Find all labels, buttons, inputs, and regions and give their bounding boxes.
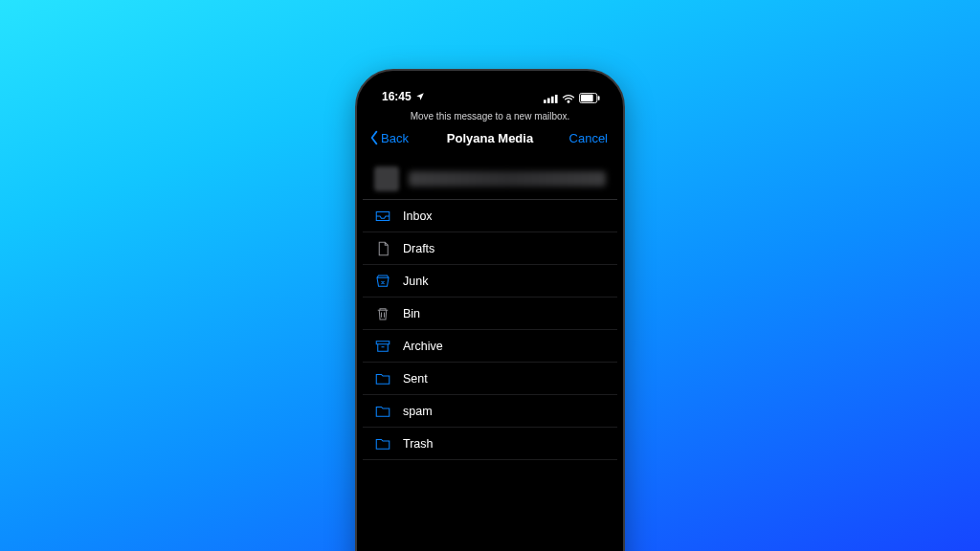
chevron-left-icon — [368, 130, 380, 145]
mailbox-label: Drafts — [403, 242, 434, 255]
cellular-icon — [544, 94, 558, 103]
instruction-text: Move this message to a new mailbox. — [363, 105, 617, 125]
mailbox-row-spam[interactable]: spam — [363, 395, 617, 428]
mailbox-row-inbox[interactable]: Inbox — [363, 200, 617, 232]
folder-icon — [374, 370, 391, 387]
folder-icon — [374, 403, 391, 420]
svg-rect-3 — [555, 95, 558, 103]
status-time: 16:45 — [382, 90, 412, 103]
mailbox-row-archive[interactable]: Archive — [363, 330, 617, 363]
sender-avatar — [374, 166, 399, 191]
inbox-icon — [374, 208, 391, 225]
svg-rect-5 — [581, 95, 593, 101]
mailbox-label: Archive — [403, 340, 443, 353]
cancel-button[interactable]: Cancel — [569, 131, 608, 145]
folder-icon — [374, 435, 391, 452]
volume-up-button — [355, 224, 357, 262]
volume-down-button — [355, 272, 357, 310]
svg-rect-0 — [544, 99, 546, 103]
mailbox-row-bin[interactable]: Bin — [363, 298, 617, 330]
mute-switch — [355, 186, 357, 210]
message-preview — [363, 158, 617, 200]
mailbox-row-trash[interactable]: Trash — [363, 428, 617, 460]
screen: 16:45 Move this message to a new mailbox… — [363, 77, 617, 551]
mailbox-label: Bin — [403, 307, 420, 320]
battery-icon — [579, 93, 600, 103]
mailbox-label: spam — [403, 405, 433, 418]
mailbox-label: Sent — [403, 372, 428, 386]
svg-rect-6 — [598, 96, 600, 100]
wifi-icon — [562, 94, 575, 103]
status-left: 16:45 — [382, 90, 425, 103]
nav-title: Polyana Media — [447, 131, 533, 145]
mailbox-label: Trash — [403, 437, 434, 451]
mailbox-row-drafts[interactable]: Drafts — [363, 232, 617, 265]
back-button[interactable]: Back — [368, 130, 409, 145]
status-bar: 16:45 — [363, 77, 617, 105]
svg-rect-1 — [547, 98, 550, 102]
drafts-icon — [374, 240, 391, 257]
back-label: Back — [381, 131, 409, 145]
power-button — [623, 224, 625, 281]
mailbox-list: InboxDraftsJunkBinArchiveSentspamTrash — [363, 200, 617, 460]
sender-redacted-text — [409, 171, 606, 187]
junk-icon — [374, 273, 391, 290]
nav-bar: Back Polyana Media Cancel — [363, 125, 617, 154]
archive-icon — [374, 338, 391, 355]
phone-frame: 16:45 Move this message to a new mailbox… — [355, 69, 625, 551]
mailbox-row-junk[interactable]: Junk — [363, 265, 617, 298]
location-icon — [415, 92, 425, 101]
mailbox-label: Junk — [403, 275, 428, 288]
svg-rect-2 — [551, 96, 554, 102]
trash-icon — [374, 305, 391, 322]
status-right — [544, 93, 600, 103]
mailbox-row-sent[interactable]: Sent — [363, 363, 617, 395]
mailbox-label: Inbox — [403, 209, 433, 223]
